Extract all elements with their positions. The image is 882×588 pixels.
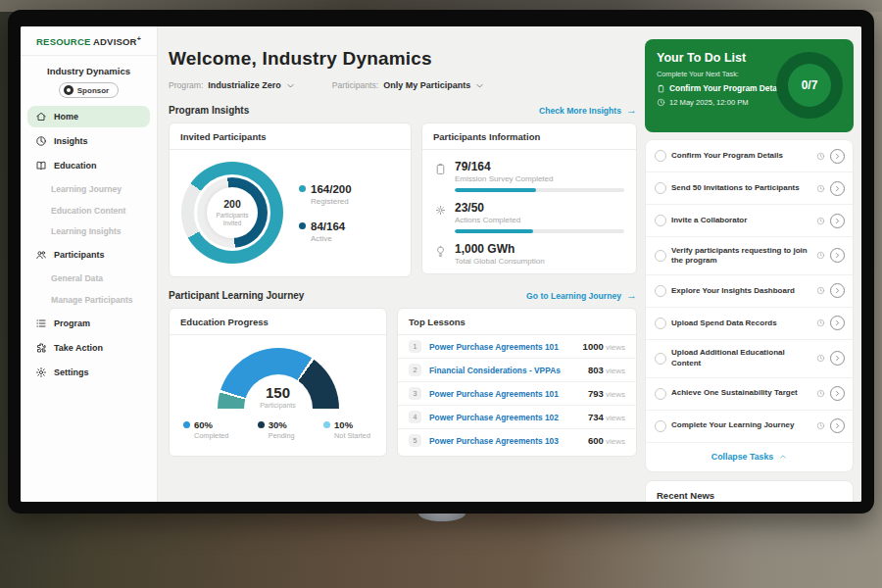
task-checkbox[interactable]	[655, 318, 666, 329]
collapse-tasks-link[interactable]: Collapse Tasks	[646, 443, 853, 471]
sidebar-item[interactable]: Program	[27, 313, 150, 334]
task-open-button[interactable]	[830, 181, 845, 196]
task-open-button[interactable]	[830, 418, 845, 433]
legend-item: 10% Not Started	[323, 419, 370, 440]
sidebar-item[interactable]: Insights	[27, 130, 150, 152]
views-suffix: views	[606, 367, 625, 375]
legend-item: 84/164 Active	[299, 220, 352, 243]
filter-dropdown[interactable]: Program: Industrialize Zero	[169, 80, 295, 90]
sidebar-item[interactable]: Participants	[27, 244, 150, 266]
views-suffix: views	[606, 414, 625, 422]
sidebar-item-label: General Data	[51, 273, 103, 283]
donut-center-value: 200	[223, 198, 241, 210]
task-row[interactable]: Complete Your Learning Journey	[646, 411, 853, 443]
org-name: Industry Dynamics	[21, 66, 157, 76]
task-open-button[interactable]	[830, 316, 845, 330]
task-open-button[interactable]	[830, 248, 845, 263]
chev-down-icon	[286, 81, 295, 90]
survey-icon	[434, 163, 447, 175]
sidebar-item-label: Education Content	[51, 206, 125, 216]
sidebar-item[interactable]: Education Content	[27, 202, 150, 219]
lesson-link[interactable]: Financial Considerations - VPPAs	[429, 366, 580, 375]
monitor-bezel: RESOURCE ADVISOR+ Industry Dynamics Spon…	[8, 10, 874, 514]
info-value: 1,000 GWh	[455, 242, 545, 256]
content-area: Welcome, Industry Dynamics Program: Indu…	[158, 26, 861, 502]
task-checkbox[interactable]	[655, 388, 666, 400]
sidebar-item[interactable]: Learning Journey	[27, 181, 150, 198]
sidebar-item[interactable]: Take Action	[27, 337, 150, 359]
lessons-list: 1 Power Purchase Agreements 101 1000 vie…	[398, 335, 636, 452]
lesson-views-count: 793	[588, 388, 604, 399]
lesson-row: 3 Power Purchase Agreements 101 793 view…	[398, 382, 636, 406]
progress-bar	[455, 188, 624, 192]
filter-dropdown[interactable]: Participants: Only My Participants	[332, 80, 484, 90]
task-row[interactable]: Confirm Your Program Details	[646, 140, 853, 172]
task-open-button[interactable]	[830, 283, 845, 298]
section-title: Program Insights	[169, 105, 249, 116]
task-checkbox[interactable]	[655, 150, 666, 162]
legend-label: Registered	[311, 197, 352, 206]
task-open-button[interactable]	[830, 149, 845, 164]
task-open-button[interactable]	[830, 386, 845, 401]
go-to-learning-journey-link[interactable]: Go to Learning Journey →	[526, 290, 637, 301]
actions-icon	[434, 204, 447, 217]
sidebar-item[interactable]: Learning Insights	[27, 223, 150, 240]
check-more-insights-link[interactable]: Check More Insights →	[539, 105, 637, 116]
program-icon	[35, 318, 47, 329]
task-checkbox[interactable]	[655, 250, 666, 262]
sponsor-label: Sponsor	[77, 86, 109, 95]
lesson-row: 5 Power Purchase Agreements 103 600 view…	[398, 429, 636, 452]
task-row[interactable]: Upload Spend Data Records	[646, 308, 853, 340]
task-row[interactable]: Achieve One Sustainability Target	[646, 378, 853, 411]
task-row[interactable]: Upload Additional Educational Content	[646, 340, 853, 378]
sidebar-item[interactable]: General Data	[27, 270, 150, 287]
task-row[interactable]: Send 50 Invitations to Participants	[646, 172, 853, 205]
lesson-row: 4 Power Purchase Agreements 102 734 view…	[398, 406, 636, 429]
legend-dot	[299, 222, 306, 229]
app-logo: RESOURCE ADVISOR+	[21, 35, 157, 56]
section-title: Participant Learning Journey	[169, 290, 304, 301]
task-label: Complete Your Learning Journey	[671, 420, 811, 430]
lesson-rank: 3	[409, 387, 421, 400]
gauge-legend: 60% Completed 30%	[170, 409, 386, 440]
task-checkbox[interactable]	[655, 420, 666, 432]
sidebar-item-label: Education	[54, 161, 97, 171]
chev-up-icon	[779, 453, 787, 461]
lesson-link[interactable]: Power Purchase Agreements 101	[429, 342, 575, 352]
lesson-link[interactable]: Power Purchase Agreements 102	[429, 413, 580, 422]
clock-icon	[816, 421, 825, 430]
lesson-link[interactable]: Power Purchase Agreements 103	[429, 436, 580, 446]
info-row: 1,000 GWh Total Global Consumption	[434, 242, 624, 266]
task-row[interactable]: Verify participants requesting to join t…	[646, 237, 853, 275]
lesson-views-count: 600	[588, 435, 604, 446]
task-checkbox[interactable]	[655, 285, 666, 297]
clock-icon	[816, 152, 825, 161]
task-open-button[interactable]	[830, 214, 845, 228]
arrow-right-icon: →	[626, 105, 637, 116]
task-row[interactable]: Invite a Collaborator	[646, 205, 853, 237]
clock-icon	[816, 286, 825, 295]
task-checkbox[interactable]	[655, 215, 666, 226]
recent-news-title: Recent News	[646, 481, 853, 502]
task-checkbox[interactable]	[655, 182, 666, 194]
sidebar-item-label: Settings	[54, 368, 89, 377]
legend-item: 164/200 Registered	[299, 183, 352, 206]
donut-legend: 164/200 Registered 84/164	[299, 183, 352, 243]
task-row[interactable]: Explore Your Insights Dashboard	[646, 275, 853, 308]
task-open-button[interactable]	[830, 351, 845, 366]
legend-dot	[183, 421, 190, 428]
task-checkbox[interactable]	[655, 353, 666, 365]
sidebar-item[interactable]: Education	[27, 155, 150, 176]
progress-bar	[455, 229, 624, 233]
sponsor-badge[interactable]: Sponsor	[59, 82, 119, 98]
sidebar: RESOURCE ADVISOR+ Industry Dynamics Spon…	[21, 26, 158, 502]
lesson-link[interactable]: Power Purchase Agreements 101	[429, 389, 580, 399]
legend-value: 84/164	[311, 220, 345, 232]
lesson-views-count: 803	[588, 365, 604, 375]
sidebar-item[interactable]: Manage Participants	[27, 291, 150, 308]
main-column: Welcome, Industry Dynamics Program: Indu…	[158, 26, 645, 502]
sidebar-item[interactable]: Settings	[27, 362, 150, 383]
sidebar-item[interactable]: Home	[27, 106, 150, 127]
lesson-views-count: 1000	[583, 341, 604, 352]
chev-right-icon	[834, 153, 841, 160]
